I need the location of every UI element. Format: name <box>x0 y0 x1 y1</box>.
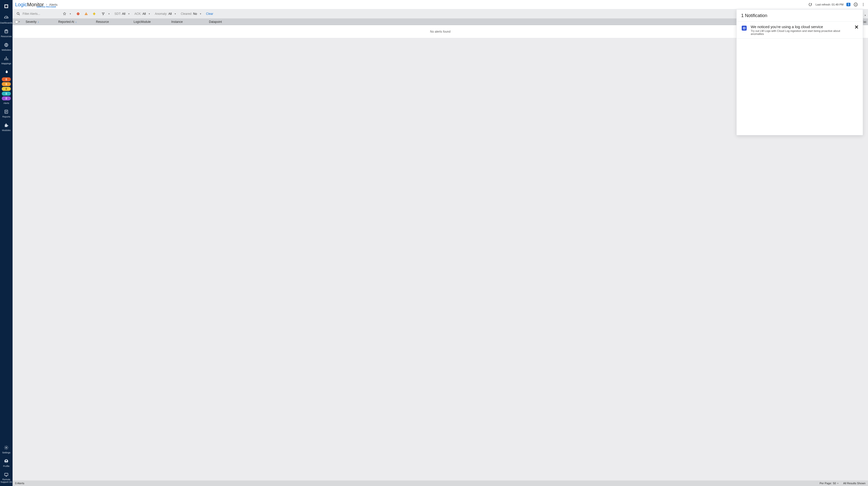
svg-point-9 <box>6 460 7 461</box>
column-header-resource[interactable]: Resource <box>93 20 131 24</box>
sidebar-item-reports[interactable]: Reports <box>0 107 12 121</box>
gear-icon <box>3 445 9 450</box>
clear-filters-button[interactable]: Clear <box>206 12 213 15</box>
close-icon[interactable]: ✕ <box>855 25 859 30</box>
globe-icon <box>3 42 9 48</box>
svg-point-14 <box>863 4 864 5</box>
monitor-icon <box>3 472 9 478</box>
chevron-down-icon: ▼ <box>199 13 202 15</box>
sidebar-item-label: Settings <box>2 451 10 454</box>
filter-funnel-dropdown[interactable]: ▼ <box>101 11 110 16</box>
sort-desc-icon: ↓ <box>75 20 76 24</box>
sidebar-item-remote-support[interactable]: Remote Support On <box>0 470 12 486</box>
severity-warning-icon[interactable] <box>92 11 96 16</box>
sidebar-item-mappings[interactable]: Mappings <box>0 54 12 67</box>
filter-anomaly[interactable]: Anomaly: All ▼ <box>155 12 176 15</box>
svg-point-16 <box>17 12 19 14</box>
chevron-down-icon: ▼ <box>128 13 130 15</box>
help-icon[interactable]: ? <box>854 2 858 7</box>
notification-subtitle: Try out LM Logs with Cloud Log ingestion… <box>751 29 851 35</box>
star-icon <box>62 11 67 16</box>
notification-item[interactable]: We noticed you're using a log cloud serv… <box>737 22 863 38</box>
chevron-down-icon: ▼ <box>174 13 176 15</box>
filter-cleared[interactable]: Cleared: No ▼ <box>181 12 202 15</box>
more-menu-icon[interactable] <box>861 2 866 7</box>
per-page-selector[interactable]: Per Page: 50 ▼ <box>819 482 839 485</box>
sidebar-item-label: Profile <box>3 465 9 467</box>
severity-badge-warning[interactable]: 0 <box>2 87 11 91</box>
gauge-icon <box>3 15 9 21</box>
results-summary: All Results Shown <box>843 482 866 485</box>
logo-icon[interactable] <box>0 1 12 12</box>
severity-badge-info[interactable]: 0 <box>2 92 11 96</box>
sidebar-item-profile[interactable]: Profile <box>0 456 12 470</box>
svg-rect-20 <box>86 14 86 14</box>
search-icon[interactable] <box>16 11 21 16</box>
sidebar-item-alerts-label: Alerts <box>0 101 12 107</box>
notification-badge[interactable]: 1 <box>846 3 850 6</box>
notifications-popover: 1 Notification We noticed you're using a… <box>736 9 863 135</box>
popover-title: 1 Notification <box>737 9 863 21</box>
severity-critical-icon[interactable] <box>76 11 81 16</box>
sidebar-item-label: Dashboards <box>0 22 12 24</box>
chevron-down-icon[interactable]: ▼ <box>19 21 20 23</box>
filter-icon <box>101 11 105 16</box>
sidebar-item-label: Websites <box>2 49 11 51</box>
severity-error-icon[interactable] <box>84 11 88 16</box>
user-icon <box>3 458 9 464</box>
chevron-down-icon: ▼ <box>837 483 839 484</box>
sidebar-item-label: Mappings <box>1 62 11 65</box>
favorites-dropdown[interactable]: ▼ <box>62 11 71 16</box>
sidebar-item-label: Reports <box>2 116 10 118</box>
filter-ack[interactable]: ACK: All ▼ <box>134 12 150 15</box>
select-all-checkbox[interactable] <box>15 20 18 23</box>
sidebar-item-settings[interactable]: Settings <box>0 443 12 456</box>
database-icon <box>3 29 9 34</box>
svg-rect-19 <box>86 13 86 14</box>
column-header-datapoint[interactable]: Datapoint <box>206 20 244 24</box>
svg-rect-18 <box>78 13 79 14</box>
severity-badge-error[interactable]: 0 <box>2 82 11 86</box>
report-icon <box>3 109 9 115</box>
svg-point-4 <box>6 59 6 60</box>
sidebar-item-label: Modules <box>2 129 10 132</box>
svg-rect-10 <box>4 473 8 476</box>
sidebar-item-dashboards[interactable]: Dashboards <box>0 13 12 27</box>
column-header-severity[interactable]: Severity↓ <box>23 20 55 24</box>
sidebar-item-resources[interactable]: Resources <box>0 27 12 40</box>
svg-point-2 <box>6 57 6 58</box>
chevron-down-icon: ▼ <box>69 13 71 15</box>
footer: 0 Alerts Per Page: 50 ▼ All Results Show… <box>12 481 868 486</box>
collapse-panel-button[interactable]: ▼ <box>864 14 867 17</box>
sidebar-item-alerts[interactable] <box>0 67 12 77</box>
svg-point-13 <box>863 3 864 3</box>
sidebar-item-websites[interactable]: Websites <box>0 40 12 54</box>
chevron-down-icon: ▼ <box>108 13 110 15</box>
sort-desc-icon: ↓ <box>37 20 39 24</box>
column-header-instance[interactable]: Instance <box>168 20 206 24</box>
filter-alerts-input[interactable] <box>23 12 58 15</box>
filter-sdt[interactable]: SDT: All ▼ <box>115 12 130 15</box>
column-header-reported-at[interactable]: Reported At↓ <box>55 20 93 24</box>
svg-rect-21 <box>742 26 747 31</box>
svg-point-15 <box>863 5 864 6</box>
notification-title: We noticed you're using a log cloud serv… <box>751 25 851 29</box>
sitemap-icon <box>3 56 9 61</box>
svg-point-0 <box>5 30 8 31</box>
sidebar: Dashboards Resources Websites Mappings 0… <box>0 0 12 486</box>
severity-badge-other[interactable]: 0 <box>2 96 11 100</box>
sidebar-item-label: Resources <box>1 35 11 38</box>
svg-point-5 <box>7 59 8 60</box>
column-header-logicmodule[interactable]: LogicModule <box>131 20 168 24</box>
header: LogicMonitor SERVICE PROVIDER › Alerts L… <box>12 0 868 9</box>
refresh-icon[interactable] <box>808 2 812 7</box>
svg-point-3 <box>4 59 5 60</box>
fire-icon <box>3 69 9 75</box>
sidebar-item-label: Remote Support On <box>0 479 12 484</box>
svg-text:?: ? <box>855 3 857 6</box>
severity-badge-critical[interactable]: 0 <box>2 77 11 81</box>
chevron-down-icon: ▼ <box>148 13 150 15</box>
brand-subtitle: SERVICE PROVIDER <box>37 6 56 8</box>
sidebar-item-modules[interactable]: Modules <box>0 121 12 134</box>
last-refresh-text: Last refresh: 01:49 PM <box>815 3 843 6</box>
